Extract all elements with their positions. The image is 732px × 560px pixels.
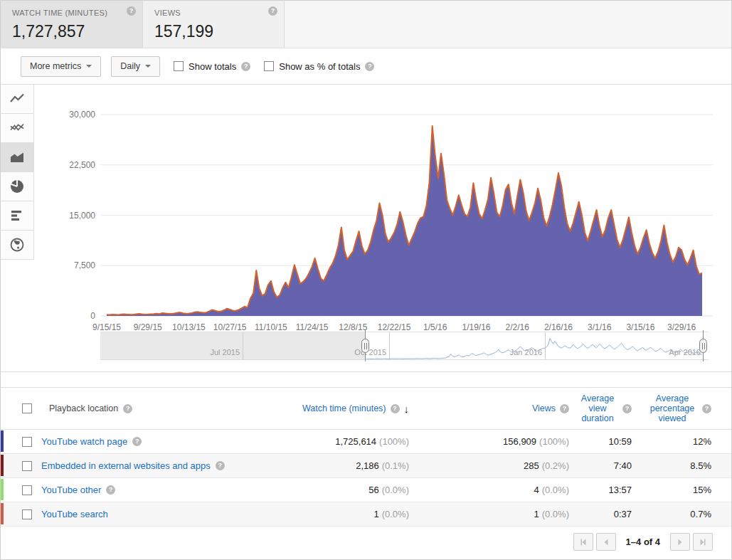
- help-icon[interactable]: ?: [127, 6, 136, 16]
- metric-card-views[interactable]: VIEWS 157,199 ?: [142, 1, 284, 48]
- row-watch-time-cell: 2,186 (0.1%): [263, 460, 409, 471]
- views-value: 4: [534, 485, 539, 495]
- page-next-button[interactable]: [670, 533, 690, 551]
- interval-label: Daily: [120, 61, 140, 71]
- youtube-analytics-page: WATCH TIME (MINUTES) 1,727,857 ? VIEWS 1…: [0, 0, 732, 560]
- area-chart-icon: [9, 149, 26, 166]
- views-value: 285: [524, 460, 539, 471]
- chart-type-area-button[interactable]: [1, 143, 33, 172]
- row-checkbox[interactable]: [22, 485, 32, 495]
- row-location-link[interactable]: YouTube watch page: [41, 436, 127, 447]
- row-watch-time-cell: 56 (0.0%): [263, 485, 409, 495]
- help-icon[interactable]: ?: [241, 62, 250, 71]
- caret-down-icon: [86, 65, 92, 68]
- chart-section: 07,50015,00022,50030,0009/15/159/29/1510…: [1, 85, 731, 372]
- select-all-checkbox[interactable]: [22, 403, 32, 413]
- header-avg-percentage-label[interactable]: Average percentage viewed: [647, 393, 698, 423]
- header-avg-percentage-cell[interactable]: Average percentage viewed ?: [632, 393, 711, 423]
- show-percent-label: Show as % of totals: [279, 61, 360, 72]
- row-checkbox[interactable]: [22, 461, 32, 471]
- help-icon[interactable]: ?: [123, 404, 132, 413]
- chart-type-sidebar: [1, 85, 34, 260]
- header-avg-duration-label[interactable]: Average view duration: [577, 393, 618, 423]
- watch-time-value: 1: [373, 509, 378, 519]
- header-watch-time-label[interactable]: Watch time (minutes): [302, 403, 386, 413]
- row-color-bar: [1, 455, 4, 476]
- metrics-bar-filler: [284, 1, 731, 48]
- page-prev-button[interactable]: [596, 533, 616, 551]
- row-views-cell: 285 (0.2%): [409, 460, 569, 471]
- x-axis-tick-label: 1/5/16: [423, 322, 447, 330]
- page-first-icon: [579, 538, 588, 546]
- page-last-button[interactable]: [693, 533, 713, 551]
- x-axis-tick-label: 9/29/15: [134, 322, 162, 330]
- metric-card-watch-time[interactable]: WATCH TIME (MINUTES) 1,727,857 ?: [1, 1, 142, 48]
- timeline-scrubber[interactable]: Jul 2015 Oct 2015 Jan 2016 Apr 2016: [100, 332, 709, 360]
- header-location-label: Playback location: [49, 403, 118, 413]
- more-metrics-button[interactable]: More metrics: [21, 56, 101, 77]
- help-icon[interactable]: ?: [216, 461, 225, 470]
- help-icon[interactable]: ?: [391, 404, 400, 413]
- header-watch-time-cell[interactable]: Watch time (minutes) ? ↓: [263, 403, 409, 415]
- interval-dropdown-button[interactable]: Daily: [111, 56, 160, 77]
- header-avg-duration-cell[interactable]: Average view duration ?: [569, 393, 632, 423]
- scrubber-sparkline: [366, 332, 704, 361]
- help-icon[interactable]: ?: [132, 437, 142, 446]
- views-value: 1: [534, 509, 539, 519]
- scrubber-gridline: [243, 332, 243, 359]
- chart-type-comparison-button[interactable]: [1, 114, 33, 143]
- x-axis-tick-label: 2/2/16: [506, 322, 530, 330]
- show-totals-checkbox[interactable]: [174, 61, 184, 71]
- row-location-cell: Embedded in external websites and apps ?: [1, 460, 263, 471]
- row-location-cell: YouTube watch page ?: [1, 436, 263, 447]
- row-location-link[interactable]: YouTube other: [41, 485, 101, 495]
- row-views-cell: 156,909 (100%): [409, 436, 569, 447]
- page-next-icon: [676, 538, 684, 546]
- show-totals-label: Show totals: [189, 61, 236, 72]
- metric-label: WATCH TIME (MINUTES): [12, 9, 131, 17]
- y-axis-tick-label: 30,000: [69, 110, 95, 120]
- chart-type-bar-button[interactable]: [1, 201, 33, 231]
- chart-main: 07,50015,00022,50030,0009/15/159/29/1510…: [35, 85, 731, 371]
- more-metrics-label: More metrics: [30, 61, 81, 71]
- help-icon[interactable]: ?: [365, 62, 374, 71]
- watch-time-pct: (100%): [379, 436, 409, 447]
- row-color-bar: [1, 430, 4, 452]
- help-icon[interactable]: ?: [268, 6, 277, 16]
- watch-time-pct: (0.0%): [382, 485, 409, 495]
- watch-time-area-chart[interactable]: 07,50015,00022,50030,0009/15/159/29/1510…: [35, 85, 732, 330]
- comparison-line-chart-icon: [9, 120, 26, 137]
- scrubber-label: Apr 2016: [669, 348, 701, 356]
- bar-chart-icon: [9, 207, 26, 224]
- help-icon[interactable]: ?: [622, 404, 632, 413]
- help-icon[interactable]: ?: [106, 485, 115, 495]
- y-axis-tick-label: 7,500: [74, 260, 95, 270]
- help-icon[interactable]: ?: [702, 404, 711, 413]
- header-views-cell[interactable]: Views ?: [409, 403, 569, 413]
- header-views-label[interactable]: Views: [532, 403, 556, 413]
- chart-type-map-button[interactable]: [1, 231, 33, 260]
- views-pct: (0.0%): [542, 509, 569, 519]
- show-totals-group: Show totals ?: [174, 61, 250, 72]
- header-location-cell: Playback location ?: [1, 403, 263, 413]
- row-checkbox[interactable]: [22, 509, 32, 519]
- sort-descending-icon[interactable]: ↓: [404, 403, 410, 415]
- caret-down-icon: [145, 65, 151, 68]
- chart-type-pie-button[interactable]: [1, 172, 33, 201]
- table-row: YouTube watch page ? 1,725,614 (100%) 15…: [1, 430, 731, 454]
- chart-type-line-button[interactable]: [1, 85, 33, 114]
- scrubber-right-handle[interactable]: [699, 339, 707, 353]
- row-location-link[interactable]: YouTube search: [41, 509, 108, 519]
- scrubber-label: Jul 2015: [210, 348, 240, 356]
- watch-time-value: 1,725,614: [335, 436, 376, 447]
- scrubber-label: Jan 2016: [510, 348, 542, 356]
- help-icon[interactable]: ?: [560, 404, 569, 413]
- row-avg-duration-cell: 10:59: [569, 436, 632, 447]
- row-checkbox[interactable]: [22, 437, 32, 447]
- row-color-bar: [1, 479, 4, 500]
- page-prev-icon: [602, 538, 610, 546]
- page-first-button[interactable]: [573, 533, 593, 551]
- row-location-link[interactable]: Embedded in external websites and apps: [41, 460, 211, 471]
- show-percent-checkbox[interactable]: [264, 61, 274, 71]
- scrubber-left-handle[interactable]: [361, 339, 369, 353]
